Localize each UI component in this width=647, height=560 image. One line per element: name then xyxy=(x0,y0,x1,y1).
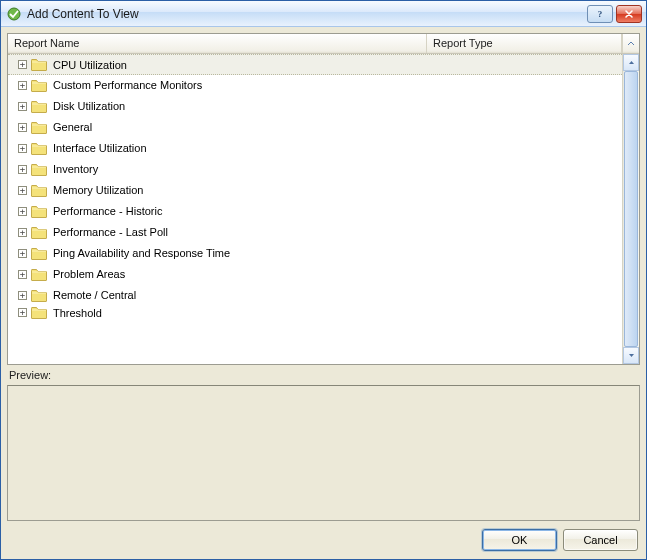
client-area: Report Name Report Type +CPU Utilization… xyxy=(1,27,646,559)
column-header-report-type[interactable]: Report Type xyxy=(427,34,622,53)
folder-icon xyxy=(31,121,47,134)
column-header-report-name[interactable]: Report Name xyxy=(8,34,427,53)
tree-row-label: Inventory xyxy=(51,163,98,175)
scroll-up-arrow[interactable] xyxy=(623,54,639,71)
tree-row-label: Performance - Historic xyxy=(51,205,162,217)
expand-icon[interactable]: + xyxy=(18,123,27,132)
tree-row[interactable]: +Threshold xyxy=(8,306,622,320)
tree-row[interactable]: +Performance - Last Poll xyxy=(8,222,622,243)
scroll-thumb[interactable] xyxy=(624,71,638,347)
list-header: Report Name Report Type xyxy=(8,34,639,54)
app-icon xyxy=(7,7,21,21)
header-scroll-corner xyxy=(622,34,639,53)
tree-row[interactable]: +Memory Utilization xyxy=(8,180,622,201)
folder-icon xyxy=(31,184,47,197)
button-bar: OK Cancel xyxy=(7,525,640,553)
expand-icon[interactable]: + xyxy=(18,165,27,174)
svg-text:?: ? xyxy=(598,9,603,19)
tree-row-label: Memory Utilization xyxy=(51,184,143,196)
report-list-panel: Report Name Report Type +CPU Utilization… xyxy=(7,33,640,365)
scroll-track[interactable] xyxy=(623,71,639,347)
expand-icon[interactable]: + xyxy=(18,291,27,300)
folder-icon xyxy=(31,205,47,218)
tree-row[interactable]: +Inventory xyxy=(8,159,622,180)
tree-row-label: General xyxy=(51,121,92,133)
expand-icon[interactable]: + xyxy=(18,228,27,237)
tree-row[interactable]: +Ping Availability and Response Time xyxy=(8,243,622,264)
preview-label: Preview: xyxy=(7,369,640,381)
tree-row[interactable]: +Performance - Historic xyxy=(8,201,622,222)
tree-row-label: Custom Performance Monitors xyxy=(51,79,202,91)
tree-row-label: Interface Utilization xyxy=(51,142,147,154)
scroll-down-arrow[interactable] xyxy=(623,347,639,364)
folder-icon xyxy=(31,100,47,113)
tree-row-label: Threshold xyxy=(51,307,102,319)
tree-row-label: Problem Areas xyxy=(51,268,125,280)
dialog-window: Add Content To View ? Report Name Report… xyxy=(0,0,647,560)
tree-row[interactable]: +Disk Utilization xyxy=(8,96,622,117)
tree-row[interactable]: +Remote / Central xyxy=(8,285,622,306)
expand-icon[interactable]: + xyxy=(18,186,27,195)
folder-icon xyxy=(31,306,47,319)
folder-icon xyxy=(31,268,47,281)
window-buttons: ? xyxy=(587,5,642,23)
tree-row-label: CPU Utilization xyxy=(51,59,127,71)
tree-row-label: Performance - Last Poll xyxy=(51,226,168,238)
tree-row-label: Ping Availability and Response Time xyxy=(51,247,230,259)
tree-row-label: Disk Utilization xyxy=(51,100,125,112)
ok-button[interactable]: OK xyxy=(482,529,557,551)
expand-icon[interactable]: + xyxy=(18,207,27,216)
preview-pane xyxy=(7,385,640,521)
tree-row[interactable]: +Custom Performance Monitors xyxy=(8,75,622,96)
expand-icon[interactable]: + xyxy=(18,60,27,69)
folder-icon xyxy=(31,226,47,239)
expand-icon[interactable]: + xyxy=(18,270,27,279)
folder-icon xyxy=(31,142,47,155)
title-bar: Add Content To View ? xyxy=(1,1,646,27)
list-rows[interactable]: +CPU Utilization+Custom Performance Moni… xyxy=(8,54,622,364)
folder-icon xyxy=(31,79,47,92)
expand-icon[interactable]: + xyxy=(18,308,27,317)
tree-row[interactable]: +General xyxy=(8,117,622,138)
list-body: +CPU Utilization+Custom Performance Moni… xyxy=(8,54,639,364)
vertical-scrollbar[interactable] xyxy=(622,54,639,364)
expand-icon[interactable]: + xyxy=(18,249,27,258)
folder-icon xyxy=(31,58,47,71)
folder-icon xyxy=(31,247,47,260)
expand-icon[interactable]: + xyxy=(18,144,27,153)
window-title: Add Content To View xyxy=(27,7,581,21)
folder-icon xyxy=(31,289,47,302)
tree-row[interactable]: +CPU Utilization xyxy=(8,54,622,75)
tree-row[interactable]: +Problem Areas xyxy=(8,264,622,285)
tree-row-label: Remote / Central xyxy=(51,289,136,301)
folder-icon xyxy=(31,163,47,176)
expand-icon[interactable]: + xyxy=(18,81,27,90)
help-button[interactable]: ? xyxy=(587,5,613,23)
tree-row[interactable]: +Interface Utilization xyxy=(8,138,622,159)
close-button[interactable] xyxy=(616,5,642,23)
expand-icon[interactable]: + xyxy=(18,102,27,111)
cancel-button[interactable]: Cancel xyxy=(563,529,638,551)
